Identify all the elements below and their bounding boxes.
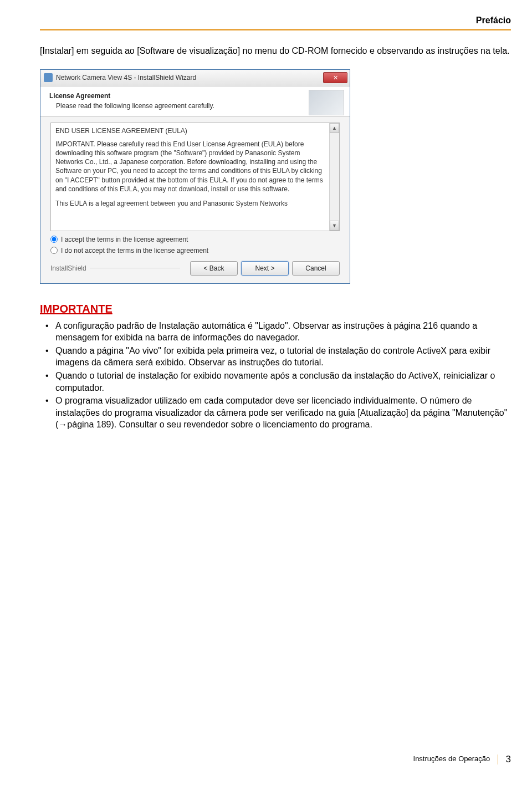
- scroll-track[interactable]: [330, 133, 339, 221]
- radio-accept-row[interactable]: I accept the terms in the license agreem…: [40, 232, 350, 243]
- radio-reject[interactable]: [50, 247, 58, 254]
- important-item: O programa visualizador utilizado em cad…: [55, 395, 511, 431]
- eula-heading: END USER LICENSE AGREEMENT (EULA): [55, 126, 327, 135]
- footer-divider: [90, 268, 180, 268]
- radio-reject-row[interactable]: I do not accept the terms in the license…: [40, 243, 350, 254]
- header-rule: [40, 29, 511, 30]
- important-list: A configuração padrão de Instalação auto…: [40, 320, 511, 431]
- footer-separator: [498, 755, 498, 764]
- eula-textbox[interactable]: END USER LICENSE AGREEMENT (EULA) IMPORT…: [50, 123, 340, 231]
- installer-dialog: Network Camera View 4S - InstallShield W…: [40, 69, 350, 284]
- footer-doc-label: Instruções de Operação: [413, 755, 490, 763]
- scrollbar[interactable]: ▲ ▼: [329, 123, 339, 231]
- close-button[interactable]: ✕: [323, 72, 347, 83]
- important-item: A configuração padrão de Instalação auto…: [55, 320, 511, 344]
- scroll-down-button[interactable]: ▼: [330, 221, 339, 231]
- next-button[interactable]: Next >: [241, 261, 289, 276]
- dialog-footer: InstallShield < Back Next > Cancel: [40, 254, 350, 283]
- eula-area: END USER LICENSE AGREEMENT (EULA) IMPORT…: [40, 117, 350, 232]
- header-section-label: Prefácio: [40, 16, 511, 26]
- radio-accept[interactable]: [50, 236, 58, 243]
- banner: License Agreement Please read the follow…: [40, 86, 350, 117]
- window-title: Network Camera View 4S - InstallShield W…: [56, 74, 323, 81]
- radio-accept-label: I accept the terms in the license agreem…: [61, 236, 188, 243]
- eula-paragraph-1: IMPORTANT. Please carefully read this En…: [55, 140, 327, 193]
- eula-paragraph-2: This EULA is a legal agreement between y…: [55, 199, 327, 208]
- important-item: Quando a página "Ao vivo" for exibida pe…: [55, 345, 511, 369]
- radio-reject-label: I do not accept the terms in the license…: [61, 247, 208, 254]
- banner-title: License Agreement: [49, 92, 343, 100]
- back-button[interactable]: < Back: [190, 261, 238, 276]
- page-footer: Instruções de Operação 3: [413, 754, 511, 765]
- important-heading: IMPORTANTE: [40, 303, 511, 315]
- installshield-label: InstallShield: [50, 264, 86, 272]
- banner-image: [309, 90, 344, 115]
- titlebar: Network Camera View 4S - InstallShield W…: [40, 70, 350, 86]
- page-number: 3: [506, 754, 511, 764]
- app-icon: [44, 73, 53, 82]
- banner-subtitle: Please read the following license agreem…: [49, 102, 343, 110]
- important-item: Quando o tutorial de instalação for exib…: [55, 370, 511, 394]
- cancel-button[interactable]: Cancel: [292, 261, 340, 276]
- scroll-up-button[interactable]: ▲: [330, 123, 339, 133]
- intro-paragraph: [Instalar] em seguida ao [Software de vi…: [40, 45, 511, 57]
